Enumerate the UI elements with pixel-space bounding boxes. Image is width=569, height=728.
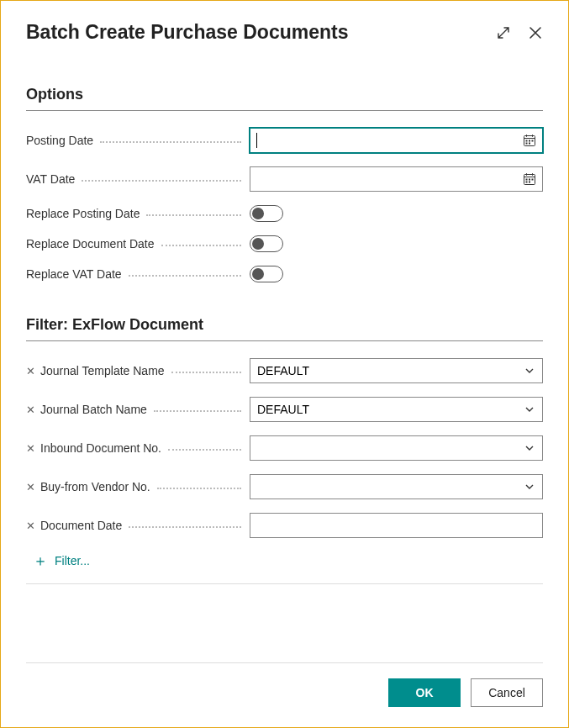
remove-filter-icon[interactable]: ✕ [26,443,35,454]
svg-rect-17 [529,182,530,183]
dotted-leader [129,275,241,277]
header-actions [496,25,543,40]
chevron-down-icon [524,481,535,493]
journal-template-name-value: DEFAULT [257,364,309,377]
row-posting-date: Posting Date [26,128,543,153]
posting-date-input[interactable] [250,128,543,153]
buy-from-vendor-no-dropdown[interactable] [250,474,543,499]
row-replace-document-date: Replace Document Date [26,235,543,252]
row-document-date: ✕ Document Date [26,513,543,538]
dialog-title: Batch Create Purchase Documents [26,21,348,44]
section-title-options: Options [26,86,543,103]
plus-icon: ＋ [33,553,48,568]
close-icon[interactable] [528,25,543,40]
dotted-leader [129,526,241,528]
dialog-header: Batch Create Purchase Documents [1,1,568,61]
dialog-footer: OK Cancel [1,663,568,727]
replace-vat-date-label: Replace VAT Date [26,267,125,281]
section-rule [26,110,543,111]
row-buy-from-vendor-no: ✕ Buy-from Vendor No. [26,474,543,499]
svg-rect-13 [526,179,528,181]
replace-document-date-label: Replace Document Date [26,237,158,251]
chevron-down-icon [524,442,535,454]
replace-posting-date-label: Replace Posting Date [26,207,143,220]
dotted-leader [161,245,241,246]
replace-vat-date-toggle[interactable] [250,266,283,282]
text-caret [256,133,257,148]
row-journal-template-name: ✕ Journal Template Name DEFAULT [26,358,543,383]
replace-document-date-toggle[interactable] [250,235,283,252]
dotted-leader [168,449,241,451]
chevron-down-icon [524,365,535,377]
svg-rect-14 [529,179,530,181]
remove-filter-icon[interactable]: ✕ [26,404,35,415]
cancel-button[interactable]: Cancel [471,678,543,707]
document-date-label: Document Date [40,519,125,532]
journal-batch-name-label: Journal Batch Name [40,403,150,416]
svg-rect-7 [526,143,528,145]
vat-date-input[interactable] [250,166,543,192]
dotted-leader [154,410,241,412]
svg-rect-8 [529,143,530,145]
expand-icon[interactable] [496,25,511,40]
svg-rect-6 [532,140,534,142]
remove-filter-icon[interactable]: ✕ [26,366,35,377]
svg-rect-15 [532,179,534,181]
calendar-icon[interactable] [517,167,542,191]
dotted-leader [100,141,241,143]
dialog: Batch Create Purchase Documents Options … [0,0,569,728]
ok-button[interactable]: OK [388,678,461,707]
journal-template-name-dropdown[interactable]: DEFAULT [250,358,543,383]
remove-filter-icon[interactable]: ✕ [26,482,35,493]
dotted-leader [146,214,241,216]
dotted-leader [82,180,241,182]
journal-batch-name-dropdown[interactable]: DEFAULT [250,397,543,422]
section-title-filter: Filter: ExFlow Document [26,316,543,334]
dotted-leader [157,488,241,489]
row-inbound-document-no: ✕ Inbound Document No. [26,435,543,461]
svg-rect-16 [526,182,528,183]
light-rule [26,583,543,584]
vat-date-label: VAT Date [26,172,78,186]
chevron-down-icon [524,404,535,415]
dotted-leader [171,372,241,373]
replace-posting-date-toggle[interactable] [250,205,283,222]
document-date-input[interactable] [250,513,543,538]
svg-rect-5 [529,140,530,142]
calendar-icon[interactable] [517,129,542,152]
remove-filter-icon[interactable]: ✕ [26,520,35,531]
add-filter-button[interactable]: ＋ Filter... [26,553,543,568]
inbound-document-no-label: Inbound Document No. [40,441,165,455]
row-journal-batch-name: ✕ Journal Batch Name DEFAULT [26,397,543,422]
journal-template-name-label: Journal Template Name [40,364,168,377]
inbound-document-no-dropdown[interactable] [250,435,543,461]
add-filter-label: Filter... [55,554,90,567]
journal-batch-name-value: DEFAULT [257,403,309,416]
posting-date-label: Posting Date [26,134,97,147]
row-vat-date: VAT Date [26,166,543,192]
section-rule [26,340,543,341]
svg-rect-4 [526,140,528,142]
row-replace-posting-date: Replace Posting Date [26,205,543,222]
buy-from-vendor-no-label: Buy-from Vendor No. [40,480,154,493]
dialog-body: Options Posting Date [1,61,568,662]
row-replace-vat-date: Replace VAT Date [26,266,543,282]
